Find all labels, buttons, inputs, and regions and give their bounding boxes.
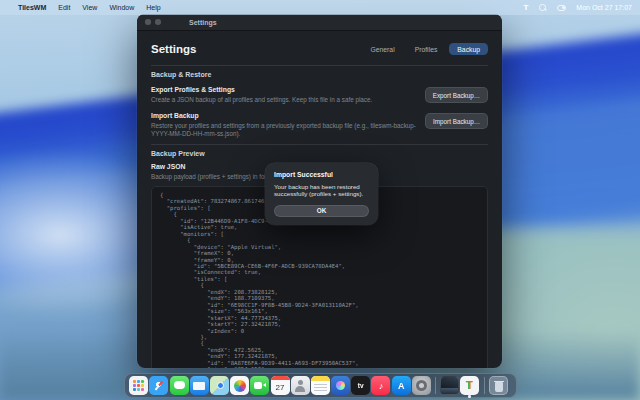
close-window-button[interactable] — [145, 19, 151, 25]
import-backup-button[interactable]: Import Backup… — [425, 113, 488, 129]
appstore-glyph: A — [398, 381, 405, 391]
dock-item-tileswm-wrap: T — [460, 376, 479, 395]
tab-general[interactable]: General — [362, 43, 402, 55]
import-backup-row: Import Backup Restore your profiles and … — [151, 112, 488, 138]
dialog-title: Import Successful — [274, 171, 369, 178]
tileswm-running-dot — [468, 395, 470, 397]
music-icon[interactable]: ♪ — [371, 376, 390, 395]
section-divider — [151, 144, 488, 145]
system-settings-icon[interactable] — [412, 376, 431, 395]
dock: 27 tv ♪ A T — [124, 373, 517, 398]
import-row-description: Restore your profiles and settings from … — [151, 122, 416, 138]
menu-edit[interactable]: Edit — [58, 4, 70, 11]
tileswm-status-icon[interactable]: T — [523, 3, 528, 12]
control-center-icon[interactable] — [557, 5, 566, 11]
spotlight-search-icon[interactable] — [539, 4, 546, 11]
header-divider — [151, 65, 488, 66]
menu-help[interactable]: Help — [146, 4, 160, 11]
contacts-icon[interactable] — [291, 376, 310, 395]
notes-icon[interactable] — [311, 376, 330, 395]
window-titlebar[interactable]: Settings — [137, 14, 502, 31]
window-title: Settings — [189, 19, 217, 26]
menu-window[interactable]: Window — [109, 4, 134, 11]
calendar-icon-header — [271, 376, 290, 380]
app-store-icon[interactable]: A — [392, 376, 411, 395]
tab-profiles[interactable]: Profiles — [407, 43, 446, 55]
page-title: Settings — [151, 43, 196, 55]
section-backup-restore: Backup & Restore — [151, 71, 488, 78]
dock-separator-trash — [484, 377, 485, 394]
mail-icon[interactable] — [190, 376, 209, 395]
launchpad-icon[interactable] — [129, 376, 148, 395]
window-header: Settings General Profiles Backup — [151, 39, 488, 59]
menu-bar: TilesWM Edit View Window Help T Mon Oct … — [0, 0, 640, 15]
tab-bar: General Profiles Backup — [362, 43, 488, 55]
calendar-icon[interactable]: 27 — [271, 376, 290, 395]
tab-backup[interactable]: Backup — [449, 43, 488, 55]
safari-icon[interactable] — [149, 376, 168, 395]
minimize-window-button[interactable] — [155, 19, 161, 25]
calendar-day-number: 27 — [276, 381, 285, 395]
facetime-icon[interactable] — [250, 376, 269, 395]
menu-view[interactable]: View — [82, 4, 97, 11]
siri-icon[interactable] — [331, 376, 350, 395]
export-row-description: Create a JSON backup of all profiles and… — [151, 96, 416, 104]
menu-app-name[interactable]: TilesWM — [18, 4, 46, 11]
launchpad-grid — [133, 380, 144, 391]
section-backup-preview: Backup Preview — [151, 150, 488, 157]
trash-icon[interactable] — [489, 376, 508, 395]
apple-tv-icon[interactable]: tv — [351, 376, 370, 395]
ok-button[interactable]: OK — [274, 205, 369, 217]
dock-separator — [435, 377, 436, 394]
import-row-title: Import Backup — [151, 112, 416, 119]
menu-bar-clock[interactable]: Mon Oct 27 17:07 — [576, 4, 632, 11]
tileswm-glyph: T — [467, 380, 473, 391]
export-settings-row: Export Profiles & Settings Create a JSON… — [151, 86, 488, 104]
dialog-message: Your backup has been restored successful… — [274, 183, 369, 198]
music-note-glyph: ♪ — [379, 381, 384, 391]
export-row-title: Export Profiles & Settings — [151, 86, 416, 93]
tileswm-app-icon[interactable]: T — [460, 376, 479, 395]
window-preview-thumbnail[interactable] — [440, 376, 459, 395]
messages-icon[interactable] — [170, 376, 189, 395]
export-backup-button[interactable]: Export Backup… — [425, 87, 488, 103]
maps-icon[interactable] — [210, 376, 229, 395]
import-successful-dialog: Import Successful Your backup has been r… — [265, 163, 378, 225]
tv-glyph: tv — [358, 382, 364, 389]
photos-icon[interactable] — [230, 376, 249, 395]
